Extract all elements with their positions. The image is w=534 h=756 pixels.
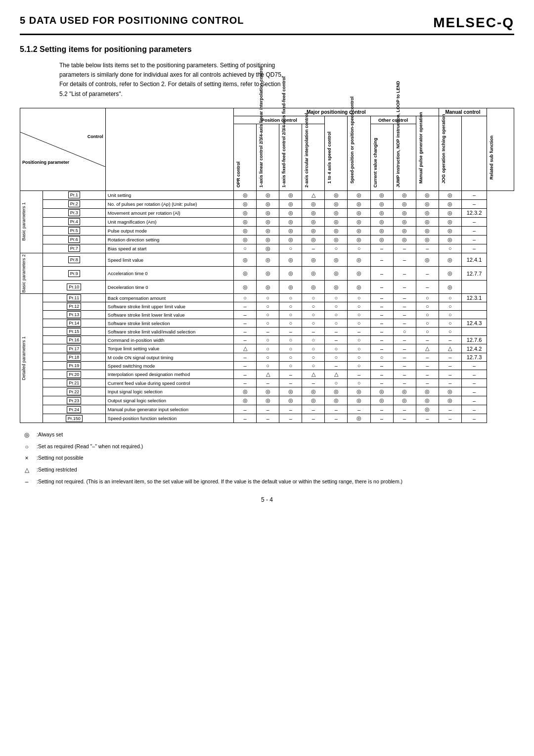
param-value-cell: ◎ (439, 199, 461, 208)
param-value-cell: ◎ (279, 280, 302, 294)
chapter-title: 5 DATA USED FOR POSITIONING CONTROL (20, 15, 244, 26)
row-group-label: Detailed parameters 1 (20, 294, 43, 423)
param-value-cell: ◎ (325, 396, 348, 405)
param-value-cell: ○ (348, 336, 370, 344)
param-value-cell: – (348, 328, 370, 336)
param-value-cell: ○ (257, 353, 279, 362)
param-value-cell: ◎ (348, 267, 370, 281)
param-value-cell: ◎ (325, 199, 348, 208)
param-name: Current feed value during speed control (105, 379, 233, 387)
table-row: Pr.3Movement amount per rotation (Al)◎◎◎… (20, 208, 514, 217)
param-value-cell: – (370, 253, 393, 267)
param-value-cell: ◎ (370, 190, 393, 199)
diag-param-label: Positioning parameter (22, 160, 69, 165)
param-value-cell: ○ (257, 319, 279, 328)
position-control-th: Position control (234, 116, 325, 124)
param-value-cell: – (393, 253, 416, 267)
param-value-cell: ◎ (370, 217, 393, 226)
param-value-cell: △ (257, 370, 279, 379)
param-value-cell: – (348, 405, 370, 414)
param-value-cell: ◎ (370, 208, 393, 217)
param-value-cell: – (370, 344, 393, 353)
speed-pos-th: Speed-position or position-speed control (348, 116, 370, 190)
param-value-cell: – (393, 280, 416, 294)
param-value-cell: – (257, 328, 279, 336)
param-value-cell: – (370, 319, 393, 328)
legend-item: –: Setting not required. (This is an irr… (20, 477, 514, 488)
param-name: Output signal logic selection (105, 396, 233, 405)
param-value-cell: ◎ (416, 387, 439, 396)
page-number: 5 - 4 (20, 496, 514, 503)
param-value-cell: ◎ (302, 267, 325, 281)
param-number: Pr.7 (43, 244, 105, 253)
param-name: Software stroke limit valid/invalid sele… (105, 328, 233, 336)
param-value-cell: ◎ (234, 267, 257, 281)
section-title: 5.1.2 Setting items for positioning para… (20, 45, 514, 54)
param-value-cell: ○ (348, 302, 370, 311)
param-value-cell: ◎ (279, 208, 302, 217)
param-value-cell: ◎ (370, 387, 393, 396)
param-value-cell: – (461, 226, 487, 235)
param-number: Pr.12 (43, 302, 105, 311)
param-value-cell: ◎ (348, 396, 370, 405)
param-value-cell: – (416, 353, 439, 362)
table-row: Detailed parameters 1Pr.11Back compensat… (20, 294, 514, 302)
param-number: Pr.20 (43, 370, 105, 379)
param-value-cell: ○ (439, 328, 461, 336)
param-value-cell: ◎ (370, 199, 393, 208)
param-value-cell: △ (439, 344, 461, 353)
param-value-cell: ○ (416, 302, 439, 311)
param-value-cell: ○ (325, 379, 348, 387)
param-value-cell: 12.7.7 (461, 267, 487, 281)
param-value-cell: – (370, 280, 393, 294)
param-value-cell: – (370, 336, 393, 344)
param-value-cell: – (461, 362, 487, 370)
param-value-cell: – (257, 405, 279, 414)
param-value-cell: ◎ (257, 235, 279, 244)
param-value-cell: ◎ (348, 235, 370, 244)
param-value-cell: ○ (279, 344, 302, 353)
jog-th: JOG operation Inching operation (439, 116, 461, 190)
major-positioning-th: Major positioning control (234, 108, 439, 116)
param-value-cell: ○ (302, 336, 325, 344)
param-value-cell: – (461, 370, 487, 379)
param-value-cell: ○ (325, 344, 348, 353)
param-value-cell: – (416, 414, 439, 423)
param-value-cell: ○ (257, 294, 279, 302)
param-value-cell: – (393, 344, 416, 353)
param-value-cell: – (393, 379, 416, 387)
param-value-cell: – (234, 414, 257, 423)
param-value-cell: ○ (348, 294, 370, 302)
param-value-cell: ○ (279, 362, 302, 370)
legend-symbol: ○ (20, 442, 34, 453)
table-row: Pr.2No. of pulses per rotation (Ap) (Uni… (20, 199, 514, 208)
param-value-cell: – (393, 405, 416, 414)
param-name: Acceleration time 0 (105, 267, 233, 281)
param-value-cell: ◎ (370, 396, 393, 405)
circular-th: 2-axis circular interpolation control (302, 124, 325, 190)
param-value-cell: – (439, 362, 461, 370)
legend-item: ○: Set as required (Read "–" when not re… (20, 442, 514, 453)
param-value-cell: ○ (325, 244, 348, 253)
fixed-feed-th: 1-axis fixed-feed control 2/3/4-axis fix… (279, 124, 302, 190)
intro-text: The table below lists items set to the p… (59, 61, 514, 99)
param-value-cell: ○ (348, 344, 370, 353)
param-number: Pr.6 (43, 235, 105, 244)
param-number: Pr.4 (43, 217, 105, 226)
param-value-cell: ○ (234, 294, 257, 302)
param-name: Pulse output mode (105, 226, 233, 235)
param-value-cell: ○ (302, 344, 325, 353)
param-name: Unit magnification (Am) (105, 217, 233, 226)
param-value-cell: ◎ (234, 208, 257, 217)
param-value-cell: – (370, 244, 393, 253)
param-number: Pr.9 (43, 267, 105, 281)
param-value-cell: ◎ (234, 387, 257, 396)
param-value-cell: ◎ (257, 226, 279, 235)
param-value-cell (461, 280, 487, 294)
param-value-cell: △ (302, 370, 325, 379)
param-name: Rotation direction setting (105, 235, 233, 244)
param-value-cell: ○ (348, 379, 370, 387)
param-value-cell: – (461, 387, 487, 396)
param-value-cell: ◎ (348, 280, 370, 294)
param-value-cell: – (461, 217, 487, 226)
